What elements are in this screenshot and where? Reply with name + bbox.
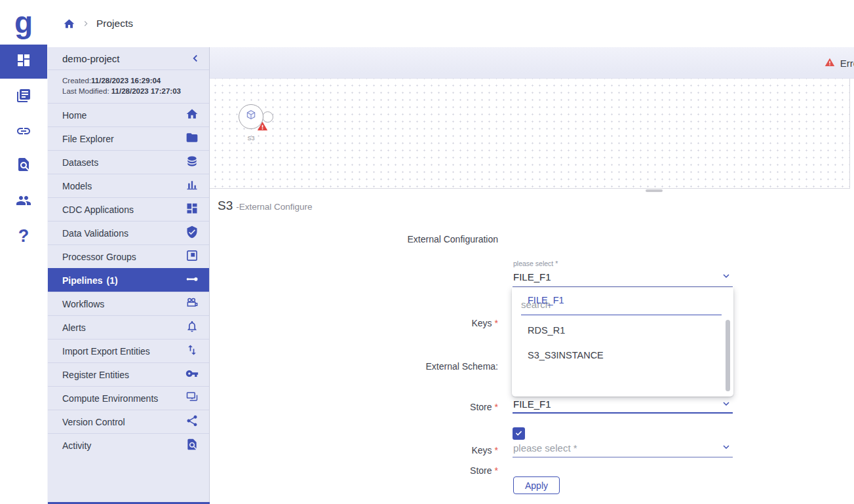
users-icon [16,193,31,211]
panel-title-node: S3 [218,199,233,213]
shield-check-icon [185,225,199,241]
rail-item-document-search[interactable] [0,149,47,183]
sidebar-item-models[interactable]: Models [48,174,209,197]
store1-value: FILE_F1 [513,271,551,282]
chevron-right-icon [81,19,90,28]
panel-resize-handle[interactable] [646,189,663,192]
dropdown-option[interactable]: S3_S3INSTANCE [512,343,723,368]
dashboard-icon [16,52,31,71]
chevron-down-icon[interactable] [721,442,731,452]
top-header: Projects [47,0,854,47]
node-error-badge-icon[interactable] [256,121,269,132]
apply-button[interactable]: Apply [513,476,560,494]
sidebar-item-register-entities[interactable]: Register Entities [48,362,209,386]
share-icon [185,414,199,429]
rail-item-users[interactable] [0,185,47,219]
breadcrumb: Projects [63,0,133,47]
modified-label: Last Modified: [62,87,111,95]
rail-item-links[interactable] [0,115,47,149]
chevron-down-icon[interactable] [721,271,731,281]
external-configuration-label: External Configuration [210,234,498,244]
sidebar-item-version-control[interactable]: Version Control [48,410,209,433]
rail-item-library[interactable] [0,80,47,114]
store2-value: FILE_F1 [513,398,551,410]
dropdown-option[interactable]: RDS_R1 [512,318,723,343]
warning-icon [824,57,836,69]
created-label: Created: [62,77,91,85]
panel-title-suffix: -External Configure [236,202,312,212]
modified-value: 11/28/2023 17:27:03 [111,87,181,95]
sidebar-item-pipelines[interactable]: Pipelines(1) [48,268,209,292]
project-meta: Created:11/28/2023 16:29:04 Last Modifie… [48,70,209,103]
dropdown-option[interactable]: FILE_F1 [512,288,723,313]
dropdown-scrollbar[interactable] [726,320,730,391]
breadcrumb-page[interactable]: Projects [96,18,133,29]
cube-icon [244,109,258,125]
sidebar-item-alerts[interactable]: Alerts [48,315,209,339]
activity-search-icon [185,438,199,453]
sidebar-item-datasets[interactable]: Datasets [48,150,209,174]
import-export-icon [185,343,199,359]
rail-item-help[interactable]: ? [0,219,47,253]
link-icon [16,123,31,142]
project-header: demo-project [48,47,209,70]
key-icon [185,367,199,382]
home-icon [185,107,199,123]
error-label: Error [840,58,854,69]
store1-floating-label: please select * [513,260,558,267]
keys2-placeholder: please select * [513,442,577,454]
keys1-label: Keys* [210,318,498,328]
workflow-icon [185,296,199,311]
sidebar-item-activity[interactable]: Activity [48,433,209,457]
external-configure-panel: S3 -External Configure External Configur… [210,189,854,504]
sidebar-item-compute-environments[interactable]: Compute Environments [48,386,209,410]
sidebar-item-file-explorer[interactable]: File Explorer [48,126,209,150]
panel-title: S3 -External Configure [218,199,313,213]
error-indicator[interactable]: Error [824,47,854,79]
sidebar-item-import-export-entities[interactable]: Import Export Entities [48,339,209,362]
sidebar-item-processor-groups[interactable]: Processor Groups [48,244,209,268]
chevron-down-icon[interactable] [721,398,731,409]
store-dropdown: FILE_F1 RDS_R1 S3_S3INSTANCE [512,288,733,397]
node-label: S3 [238,135,264,142]
project-name: demo-project [62,53,120,64]
sidebar-item-data-validations[interactable]: Data Validations [48,221,209,244]
dashboard-icon [185,202,199,217]
created-value: 11/28/2023 16:29:04 [91,77,161,85]
external-schema-label: External Schema: [210,361,498,372]
bar-chart-icon [185,178,199,193]
help-icon: ? [18,226,29,246]
database-icon [185,155,199,170]
folder-icon [185,131,199,146]
rail-item-projects[interactable] [0,45,47,79]
keys2-select[interactable]: please select * [513,436,733,457]
bell-icon [185,320,199,335]
icon-rail: g ? [0,0,47,504]
library-icon [16,88,31,106]
project-sidebar: demo-project Created:11/28/2023 16:29:04… [47,47,210,504]
store1-select[interactable]: please select * FILE_F1 [513,259,733,287]
sidebar-item-cdc-applications[interactable]: CDC Applications [48,197,209,221]
home-icon[interactable] [63,18,75,30]
monitors-icon [185,391,199,406]
collapse-sidebar-icon[interactable] [189,52,201,64]
pipeline-icon [185,273,199,288]
sidebar-item-home[interactable]: Home [48,103,209,126]
pipelines-count: (1) [106,275,117,286]
store2-label: Store* [210,402,498,412]
brand-logo[interactable]: g [0,0,47,45]
app-root: g ? Projects demo-project [0,0,854,504]
store1-label: Store* [210,465,498,476]
document-search-icon [16,157,31,175]
processor-group-icon [185,249,199,264]
keys2-label: Keys* [210,445,498,456]
sidebar-item-workflows[interactable]: Workflows [48,292,209,315]
pipeline-canvas[interactable]: S3 [210,79,850,189]
pipeline-toolbar: Error [210,47,854,79]
